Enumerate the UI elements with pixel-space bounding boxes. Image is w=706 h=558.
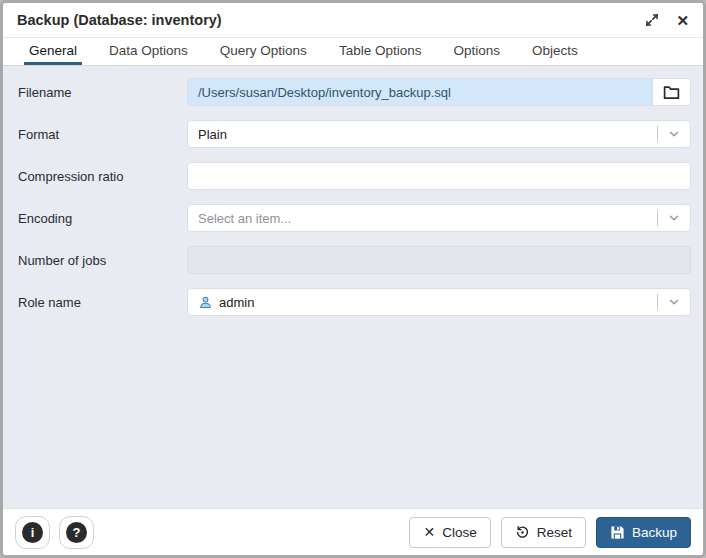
encoding-placeholder: Select an item... bbox=[188, 211, 657, 226]
format-select[interactable]: Plain bbox=[187, 120, 691, 148]
filename-input[interactable] bbox=[188, 79, 652, 105]
close-button-label: Close bbox=[442, 525, 477, 540]
chevron-down-icon[interactable] bbox=[658, 295, 690, 309]
number-of-jobs-control bbox=[187, 246, 691, 274]
number-of-jobs-row: Number of jobs bbox=[15, 246, 691, 274]
title-actions: ✕ bbox=[645, 13, 689, 28]
role-name-label: Role name bbox=[15, 295, 187, 310]
reset-button-label: Reset bbox=[537, 525, 572, 540]
filename-row: Filename bbox=[15, 78, 691, 106]
help-icon: ? bbox=[66, 522, 87, 543]
footer-actions: ✕ Close Reset Backup bbox=[409, 517, 691, 548]
role-name-select[interactable]: admin bbox=[187, 288, 691, 316]
role-name-value: admin bbox=[219, 295, 657, 310]
close-icon[interactable]: ✕ bbox=[676, 13, 689, 28]
reset-button[interactable]: Reset bbox=[501, 517, 586, 548]
encoding-select[interactable]: Select an item... bbox=[187, 204, 691, 232]
backup-button[interactable]: Backup bbox=[596, 517, 691, 548]
tab-query-options[interactable]: Query Options bbox=[215, 38, 312, 65]
tab-options[interactable]: Options bbox=[448, 38, 505, 65]
help-button[interactable]: ? bbox=[59, 516, 94, 549]
tab-objects[interactable]: Objects bbox=[527, 38, 583, 65]
number-of-jobs-label: Number of jobs bbox=[15, 253, 187, 268]
compression-ratio-control bbox=[187, 162, 691, 190]
dialog-title-prefix: Backup (Database: bbox=[17, 12, 152, 28]
format-label: Format bbox=[15, 127, 187, 142]
info-button[interactable]: i bbox=[15, 516, 50, 549]
tab-general[interactable]: General bbox=[24, 38, 82, 65]
filename-control bbox=[187, 78, 691, 106]
compression-ratio-row: Compression ratio bbox=[15, 162, 691, 190]
close-x-icon: ✕ bbox=[423, 525, 435, 539]
format-row: Format Plain bbox=[15, 120, 691, 148]
dialog-title-object: inventory bbox=[152, 12, 217, 28]
titlebar: Backup (Database: inventory) ✕ bbox=[3, 3, 703, 38]
tabbar: General Data Options Query Options Table… bbox=[3, 38, 703, 66]
chevron-down-icon[interactable] bbox=[658, 211, 690, 225]
tab-table-options[interactable]: Table Options bbox=[334, 38, 427, 65]
backup-button-label: Backup bbox=[632, 525, 677, 540]
tab-data-options[interactable]: Data Options bbox=[104, 38, 193, 65]
close-button[interactable]: ✕ Close bbox=[409, 517, 490, 548]
format-value: Plain bbox=[188, 127, 657, 142]
general-form: Filename Format Plain Compress bbox=[3, 66, 703, 508]
save-icon bbox=[610, 525, 625, 540]
reset-icon bbox=[515, 525, 530, 540]
footer: i ? ✕ Close Reset bbox=[3, 508, 703, 555]
folder-icon bbox=[663, 85, 680, 100]
encoding-label: Encoding bbox=[15, 211, 187, 226]
info-icon: i bbox=[22, 522, 43, 543]
dialog-title: Backup (Database: inventory) bbox=[17, 12, 222, 28]
filename-label: Filename bbox=[15, 85, 187, 100]
encoding-row: Encoding Select an item... bbox=[15, 204, 691, 232]
browse-file-button[interactable] bbox=[652, 79, 690, 105]
number-of-jobs-input bbox=[188, 247, 690, 273]
role-name-row: Role name admin bbox=[15, 288, 691, 316]
backup-dialog: Backup (Database: inventory) ✕ General D… bbox=[0, 0, 706, 558]
maximize-icon[interactable] bbox=[645, 13, 659, 27]
dialog-title-suffix: ) bbox=[217, 12, 222, 28]
compression-ratio-input[interactable] bbox=[188, 163, 690, 189]
chevron-down-icon[interactable] bbox=[658, 127, 690, 141]
user-icon bbox=[198, 295, 213, 310]
compression-ratio-label: Compression ratio bbox=[15, 169, 187, 184]
